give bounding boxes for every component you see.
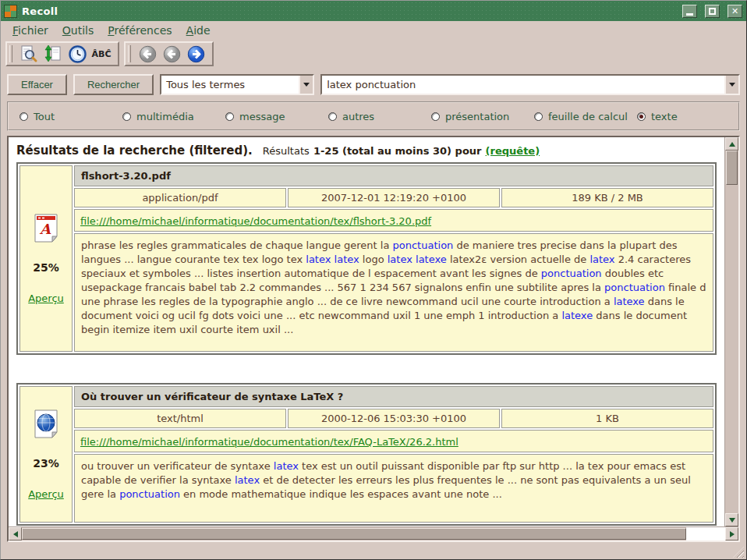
vertical-scrollbar-track[interactable] bbox=[725, 185, 738, 513]
preview-link[interactable]: Aperçu bbox=[28, 292, 64, 304]
results-header: Résultats de la recherche (filtered). Ré… bbox=[16, 143, 718, 158]
radio-icon[interactable] bbox=[122, 112, 131, 121]
toolbar-drag-handle-2[interactable] bbox=[128, 45, 131, 62]
search-mode-value: Tous les termes bbox=[161, 79, 299, 90]
search-row: Effacer Rechercher Tous les termes latex… bbox=[1, 73, 746, 96]
horizontal-scrollbar[interactable] bbox=[9, 526, 738, 541]
toolbar-group-main: ÂBĈ bbox=[5, 41, 119, 66]
scroll-up-button[interactable] bbox=[725, 137, 738, 151]
radio-icon[interactable] bbox=[431, 112, 440, 121]
search-button[interactable]: Rechercher bbox=[73, 74, 154, 95]
result-mime: application/pdf bbox=[74, 188, 286, 207]
statusbar bbox=[1, 542, 746, 559]
filter-label: multimédia bbox=[136, 111, 194, 122]
scroll-left-button[interactable] bbox=[9, 527, 22, 541]
result-url-link[interactable]: file:///home/michael/informatique/docume… bbox=[80, 215, 431, 227]
filter-feuille-de-calcul[interactable]: feuille de calcul bbox=[534, 111, 637, 122]
sort-by-date-button[interactable] bbox=[43, 44, 63, 63]
clear-button[interactable]: Effacer bbox=[7, 74, 67, 95]
result-size: 189 KB / 2 MB bbox=[501, 188, 713, 207]
maximize-button[interactable] bbox=[705, 5, 720, 18]
search-input[interactable]: latex ponctuation bbox=[322, 79, 724, 90]
filter-tout[interactable]: Tout bbox=[19, 111, 122, 122]
menu-preferences[interactable]: Préférences bbox=[101, 23, 179, 38]
arrow-left-disabled-icon bbox=[139, 45, 157, 63]
radio-icon[interactable] bbox=[225, 112, 234, 121]
radio-icon[interactable] bbox=[19, 112, 28, 121]
search-query-combobox[interactable]: latex ponctuation bbox=[320, 74, 740, 95]
html-file-icon bbox=[33, 409, 59, 438]
horizontal-scrollbar-track[interactable] bbox=[686, 527, 725, 541]
result-row: A 25% Aperçu flshort-3.20.pdf applicatio… bbox=[16, 162, 717, 355]
document-sort-icon bbox=[44, 44, 62, 63]
result-row: 23% Aperçu Où trouver un vérificateur de… bbox=[16, 383, 717, 526]
category-filter-bar: Tout multimédia message autres présentat… bbox=[7, 101, 740, 131]
arrow-right-icon bbox=[187, 45, 205, 63]
menu-fichier[interactable]: Fichier bbox=[5, 23, 55, 38]
radio-icon[interactable] bbox=[328, 112, 337, 121]
history-button[interactable] bbox=[67, 44, 87, 63]
menu-aide[interactable]: Aide bbox=[179, 23, 218, 38]
maximize-icon bbox=[709, 8, 716, 15]
search-mode-dropdown-button[interactable] bbox=[299, 76, 313, 94]
result-date: 2000-12-06 15:03:30 +0100 bbox=[288, 409, 500, 428]
toolbar: ÂBĈ bbox=[1, 40, 746, 68]
term-explorer-button[interactable]: ÂBĈ bbox=[91, 44, 112, 63]
result-url-row: file:///home/michael/informatique/docume… bbox=[74, 209, 713, 232]
filter-presentation[interactable]: présentation bbox=[431, 111, 534, 122]
result-meta-row: application/pdf 2007-12-01 12:19:20 +010… bbox=[74, 188, 713, 207]
chevron-down-icon-2 bbox=[729, 83, 735, 87]
menu-outils[interactable]: Outils bbox=[55, 23, 101, 38]
filter-label: présentation bbox=[445, 111, 509, 122]
search-mode-select[interactable]: Tous les termes bbox=[160, 74, 314, 95]
result-url-row: file:///home/michael/informatique/docume… bbox=[74, 430, 713, 452]
results-list: Résultats de la recherche (filtered). Ré… bbox=[9, 137, 724, 526]
filter-multimedia[interactable]: multimédia bbox=[122, 111, 225, 122]
clock-icon bbox=[69, 45, 87, 63]
scroll-down-button[interactable] bbox=[725, 513, 738, 526]
filter-message[interactable]: message bbox=[225, 111, 328, 122]
results-title: Résultats de la recherche (filtered). bbox=[16, 144, 253, 158]
filter-autres[interactable]: autres bbox=[328, 111, 431, 122]
result-date: 2007-12-01 12:19:20 +0100 bbox=[288, 188, 500, 207]
first-page-button[interactable] bbox=[137, 44, 158, 63]
close-icon: ✕ bbox=[731, 7, 738, 16]
previous-page-button[interactable] bbox=[161, 44, 182, 63]
minimize-button[interactable] bbox=[682, 5, 697, 18]
preview-document-button[interactable] bbox=[19, 44, 39, 63]
results-area: Résultats de la recherche (filtered). Ré… bbox=[7, 136, 740, 542]
radio-icon[interactable] bbox=[534, 112, 543, 121]
result-side-panel: 23% Aperçu bbox=[19, 386, 73, 523]
scroll-right-button[interactable] bbox=[725, 527, 738, 541]
vertical-scrollbar-thumb[interactable] bbox=[726, 151, 738, 185]
resize-grip[interactable] bbox=[733, 547, 744, 558]
arrow-left-disabled-icon-2 bbox=[163, 45, 181, 63]
pdf-file-icon: A bbox=[33, 213, 59, 243]
result-details: flshort-3.20.pdf application/pdf 2007-12… bbox=[74, 165, 713, 352]
result-side-panel: A 25% Aperçu bbox=[19, 165, 73, 352]
relevance-percent: 23% bbox=[33, 457, 59, 470]
toolbar-drag-handle[interactable] bbox=[9, 45, 12, 62]
result-title: Où trouver un vérificateur de syntaxe La… bbox=[74, 386, 713, 407]
query-link[interactable]: (requête) bbox=[486, 145, 540, 157]
filter-label: Tout bbox=[34, 111, 55, 122]
search-history-dropdown-button[interactable] bbox=[724, 76, 738, 94]
vertical-scrollbar[interactable] bbox=[724, 137, 738, 526]
result-mime: text/html bbox=[74, 409, 286, 428]
chevron-down-icon bbox=[303, 83, 310, 87]
result-url-link[interactable]: file:///home/michael/informatique/docume… bbox=[80, 436, 458, 448]
next-page-button[interactable] bbox=[186, 44, 206, 63]
result-snippet: ou trouver un verificateur de syntaxe la… bbox=[74, 454, 713, 523]
filter-label: texte bbox=[651, 111, 678, 122]
result-size: 1 KB bbox=[501, 409, 713, 428]
menubar: Fichier Outils Préférences Aide bbox=[1, 21, 746, 40]
filter-label: feuille de calcul bbox=[548, 111, 628, 122]
arrow-left-icon bbox=[13, 531, 18, 537]
radio-icon[interactable] bbox=[637, 112, 646, 121]
titlebar[interactable]: Recoll ✕ bbox=[1, 1, 746, 21]
preview-link[interactable]: Aperçu bbox=[28, 488, 64, 500]
filter-texte[interactable]: texte bbox=[637, 111, 678, 122]
app-icon bbox=[5, 5, 16, 17]
horizontal-scrollbar-thumb[interactable] bbox=[22, 528, 686, 540]
close-button[interactable]: ✕ bbox=[728, 5, 742, 18]
